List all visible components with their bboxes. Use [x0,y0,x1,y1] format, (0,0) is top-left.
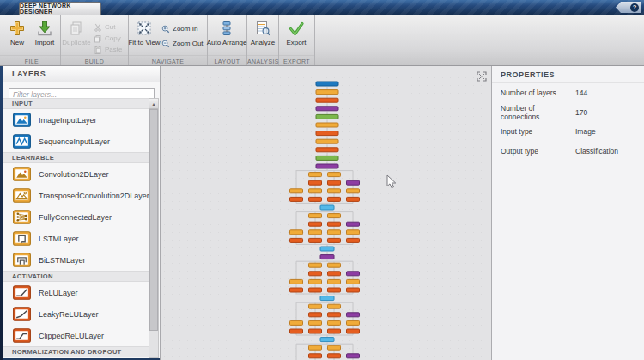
network-layer-conv[interactable] [347,189,360,193]
network-layer-relu[interactable] [309,197,322,201]
network-canvas[interactable] [161,66,491,360]
import-button[interactable]: Import [31,15,58,47]
analyze-button[interactable]: Analyze [247,15,278,47]
network-layer-concat[interactable] [320,205,334,210]
layer-item-TransposedConvolution2DLayer[interactable]: TransposedConvolution2DLayer [3,185,149,206]
network-layer-conv[interactable] [328,345,341,350]
network-layer-norm[interactable] [316,156,338,160]
layer-item-ImageInputLayer[interactable]: ImageInputLayer [3,109,149,131]
layer-item-ClippedReLULayer[interactable]: ClippedReLULayer [3,325,149,346]
network-layer-relu[interactable] [309,329,322,333]
network-layer-conv[interactable] [328,230,341,235]
layer-item-BiLSTMLayer[interactable]: BiLSTMLayer [3,249,149,271]
network-layer-relu[interactable] [328,354,341,358]
duplicate-button[interactable]: Duplicate [61,15,92,47]
help-badge[interactable]: ? [616,2,641,13]
network-layer-relu[interactable] [328,313,341,317]
layer-item-LeakyReLULayer[interactable]: LeakyReLULayer [3,303,149,325]
network-layer-relu[interactable] [309,180,322,185]
network-layer-relu[interactable] [290,197,303,201]
app-tab[interactable]: DEEP NETWORK DESIGNER [19,2,101,15]
network-layer-relu[interactable] [328,329,341,333]
network-layer-conv[interactable] [309,214,322,218]
network-layer-pool[interactable] [347,180,360,185]
network-layer-conv[interactable] [328,320,341,325]
layer-item-SequenceInputLayer[interactable]: SequenceInputLayer [3,131,149,152]
network-layer-pool[interactable] [347,222,360,226]
network-layer-input[interactable] [316,82,338,86]
expand-button[interactable] [476,70,488,82]
network-layer-relu[interactable] [309,313,322,317]
zoom-out-button[interactable]: Zoom Out [160,36,204,51]
network-layer-pool[interactable] [320,255,334,259]
network-layer-pool[interactable] [347,354,360,358]
layer-item-FullyConnectedLayer[interactable]: FullyConnectedLayer [3,206,149,228]
network-layer-conv[interactable] [309,279,322,284]
network-layer-relu[interactable] [328,197,341,201]
network-layer-conv[interactable] [309,320,322,325]
network-layer-conv[interactable] [328,279,341,284]
paste-button[interactable]: Paste [92,44,126,55]
zoom-in-button[interactable]: Zoom In [160,21,204,36]
network-layer-relu[interactable] [328,222,341,226]
network-layer-relu[interactable] [328,238,341,242]
network-layer-concat[interactable] [320,338,334,342]
network-layer-conv[interactable] [309,173,322,177]
network-layer-relu[interactable] [309,238,322,242]
network-layer-conv[interactable] [290,279,303,284]
layer-item-Convolution2DLayer[interactable]: Convolution2DLayer [3,163,149,185]
network-layer-relu[interactable] [328,180,341,185]
network-layer-relu[interactable] [309,354,322,358]
network-layer-norm[interactable] [316,114,338,119]
network-layer-conv[interactable] [309,263,322,267]
network-layer-conv[interactable] [290,230,303,235]
network-layer-relu[interactable] [309,272,322,276]
network-layer-relu[interactable] [328,272,341,276]
network-layer-conv[interactable] [328,214,341,218]
network-layer-conv[interactable] [328,189,341,193]
network-layer-pool[interactable] [347,272,360,276]
network-layer-relu[interactable] [290,288,303,292]
fit-to-view-button[interactable]: Fit to View [129,15,160,47]
network-layer-relu[interactable] [316,148,338,152]
network-layer-conv[interactable] [290,189,303,193]
network-layer-conv[interactable] [309,304,322,308]
layer-item-LSTMLayer[interactable]: LSTMLayer [3,228,149,249]
copy-button[interactable]: Copy [92,33,126,44]
network-layer-conv[interactable] [316,139,338,143]
new-button[interactable]: New [3,15,31,47]
network-layer-concat[interactable] [320,296,334,301]
network-layer-relu[interactable] [347,288,360,292]
network-layer-relu[interactable] [316,131,338,136]
network-layer-conv[interactable] [290,320,303,325]
network-layer-conv[interactable] [328,304,341,308]
cut-button[interactable]: Cut [92,21,126,33]
network-layer-conv[interactable] [309,189,322,193]
network-layer-conv[interactable] [347,230,360,235]
network-layer-conv[interactable] [316,90,338,95]
network-layer-relu[interactable] [328,288,341,292]
network-layer-relu[interactable] [316,98,338,102]
network-layer-relu[interactable] [347,197,360,201]
network-layer-relu[interactable] [309,288,322,292]
network-layer-conv[interactable] [347,279,360,284]
network-layer-conv[interactable] [309,230,322,235]
network-layer-relu[interactable] [290,238,303,242]
network-layer-relu[interactable] [347,238,360,242]
network-layer-conv[interactable] [309,345,322,350]
network-layer-pool[interactable] [316,164,338,168]
network-layer-relu[interactable] [309,222,322,226]
auto-arrange-button[interactable]: Auto Arrange [208,15,246,47]
network-layer-concat[interactable] [320,247,334,251]
network-layer-conv[interactable] [316,123,338,127]
network-layer-pool[interactable] [316,107,338,111]
network-layer-conv[interactable] [328,173,341,177]
scroll-up-arrow[interactable]: ▲ [149,99,158,109]
scroll-thumb[interactable] [149,109,158,331]
network-layer-conv[interactable] [347,320,360,325]
network-layer-relu[interactable] [290,329,303,333]
layer-item-ReLULayer[interactable]: ReLULayer [3,282,149,303]
layers-scrollbar[interactable]: ▲ [149,98,159,358]
network-layer-relu[interactable] [347,329,360,333]
network-layer-conv[interactable] [328,263,341,267]
